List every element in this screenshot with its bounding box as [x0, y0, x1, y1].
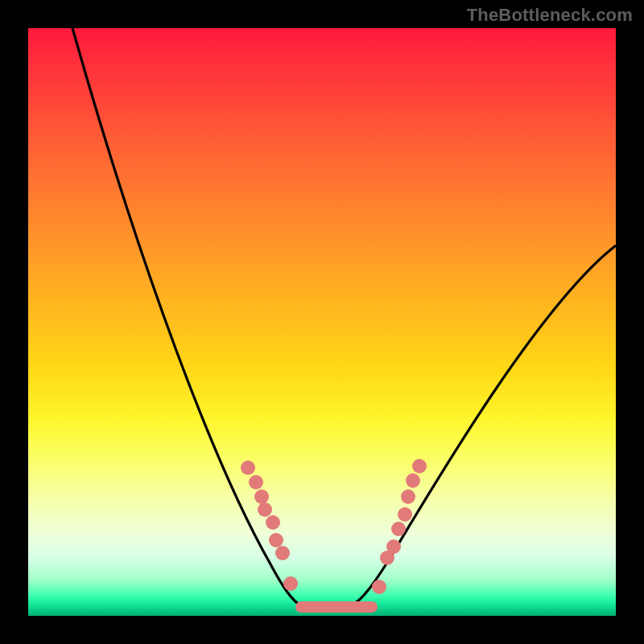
marker-dot: [241, 460, 255, 475]
marker-dot: [391, 522, 406, 536]
marker-dot: [406, 473, 420, 488]
curve-layer: [28, 28, 616, 616]
marker-dot: [269, 533, 283, 547]
marker-dot: [266, 515, 280, 530]
marker-dot: [283, 576, 298, 591]
marker-dots: [241, 459, 427, 594]
marker-dot: [258, 502, 272, 517]
marker-dot: [412, 459, 427, 473]
marker-dot: [386, 539, 401, 554]
marker-dot: [254, 489, 269, 504]
marker-dot: [401, 489, 415, 504]
watermark-text: TheBottleneck.com: [467, 5, 633, 26]
marker-dot: [398, 507, 412, 522]
chart-frame: TheBottleneck.com: [0, 0, 644, 644]
marker-dot: [372, 580, 386, 594]
marker-dot: [249, 475, 263, 489]
bottleneck-curve: [72, 28, 616, 606]
marker-bar: [295, 601, 378, 613]
plot-area: [28, 28, 616, 616]
marker-dot: [275, 546, 290, 560]
